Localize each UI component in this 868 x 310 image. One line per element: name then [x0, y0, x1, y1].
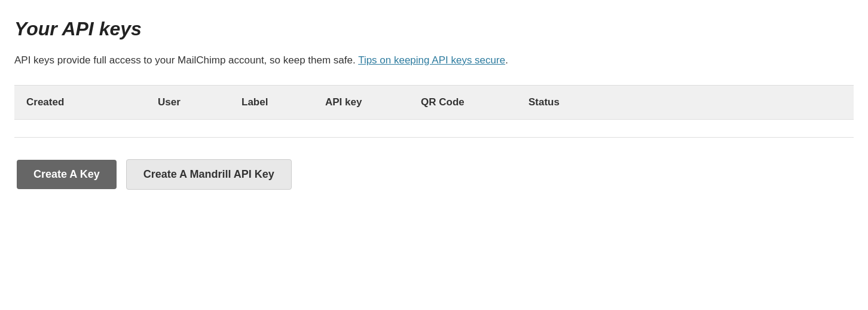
column-header-created: Created [26, 96, 158, 108]
column-header-qrcode: QR Code [421, 96, 528, 108]
description: API keys provide full access to your Mai… [14, 52, 552, 68]
column-header-user: User [158, 96, 242, 108]
create-mandrill-button[interactable]: Create A Mandrill API Key [126, 159, 292, 190]
table-empty-row [14, 120, 854, 138]
column-header-label: Label [242, 96, 325, 108]
description-text: API keys provide full access to your Mai… [14, 54, 358, 66]
page-title: Your API keys [14, 18, 854, 40]
buttons-row: Create A Key Create A Mandrill API Key [14, 159, 854, 190]
table-header: Created User Label API key QR Code Statu… [14, 85, 854, 120]
description-suffix: . [505, 54, 508, 66]
api-keys-secure-link[interactable]: Tips on keeping API keys secure [358, 54, 505, 66]
column-header-status: Status [528, 96, 612, 108]
column-header-apikey: API key [325, 96, 421, 108]
create-key-button[interactable]: Create A Key [17, 160, 117, 189]
